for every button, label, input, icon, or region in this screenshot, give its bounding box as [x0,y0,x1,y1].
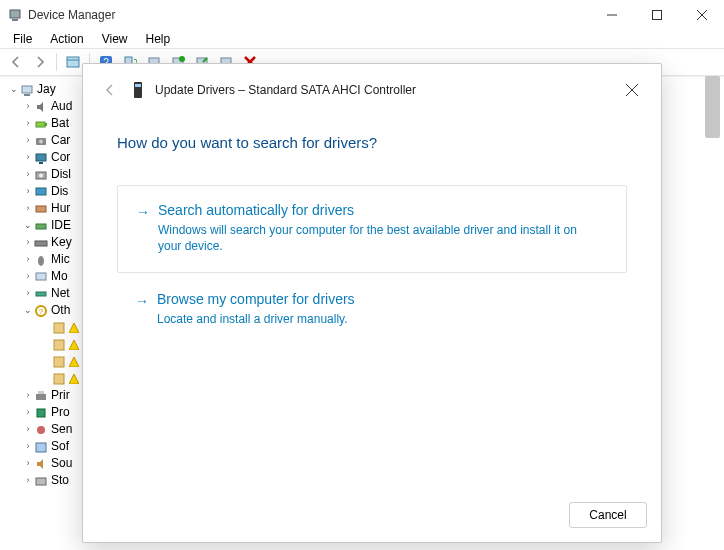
svg-rect-36 [36,292,46,296]
close-button[interactable] [679,0,724,30]
mouse-icon [34,253,48,267]
option-title: Browse my computer for drivers [157,291,609,307]
expander-none[interactable] [40,373,52,385]
svg-point-34 [38,256,44,266]
app-icon [8,8,22,22]
chevron-right-icon[interactable]: › [22,441,34,453]
chevron-right-icon[interactable]: › [22,186,34,198]
battery-icon [34,117,48,131]
svg-rect-27 [39,162,43,164]
sound-icon [34,457,48,471]
menu-file[interactable]: File [4,30,41,48]
menu-action[interactable]: Action [41,30,92,48]
other-icon: ? [34,304,48,318]
option-browse-computer[interactable]: → Browse my computer for drivers Locate … [117,291,627,345]
update-drivers-dialog: Update Drivers – Standard SATA AHCI Cont… [82,63,662,543]
chevron-down-icon[interactable]: ⌄ [22,305,34,317]
window-title: Device Manager [28,8,115,22]
tree-node-label: IDE [51,217,71,234]
hid-icon [34,202,48,216]
back-button[interactable] [99,79,121,101]
expander-none[interactable] [40,356,52,368]
network-icon [34,287,48,301]
svg-marker-42 [69,340,79,350]
expander-none[interactable] [40,339,52,351]
chevron-right-icon[interactable]: › [22,237,34,249]
cancel-button[interactable]: Cancel [569,502,647,528]
chevron-right-icon[interactable]: › [22,152,34,164]
window-controls [589,0,724,30]
sensor-icon [34,423,48,437]
svg-rect-0 [10,10,20,18]
audio-icon [34,100,48,114]
chevron-down-icon[interactable]: ⌄ [22,220,34,232]
svg-rect-47 [36,394,46,400]
chevron-right-icon[interactable]: › [22,203,34,215]
svg-rect-41 [54,340,64,350]
svg-rect-54 [135,84,141,87]
tree-node-label: Car [51,132,70,149]
svg-rect-49 [37,409,45,417]
chevron-right-icon[interactable]: › [22,135,34,147]
minimize-button[interactable] [589,0,634,30]
chevron-right-icon[interactable]: › [22,118,34,130]
arrow-right-icon: → [136,204,150,220]
chevron-down-icon[interactable]: ⌄ [8,84,20,96]
svg-rect-32 [36,224,46,229]
maximize-button[interactable] [634,0,679,30]
dialog-header: Update Drivers – Standard SATA AHCI Cont… [83,64,661,102]
dialog-heading: How do you want to search for drivers? [117,134,627,151]
tree-node-label: Sof [51,438,69,455]
tree-node-label: Bat [51,115,69,132]
tree-node-label: Sto [51,472,69,489]
warning-overlay-icon [69,321,83,335]
show-hidden-icon[interactable] [62,51,84,73]
chevron-right-icon[interactable]: › [22,424,34,436]
tree-node-label: Oth [51,302,70,319]
chevron-right-icon[interactable]: › [22,458,34,470]
tree-node-label: Disl [51,166,71,183]
menu-help[interactable]: Help [137,30,180,48]
forward-icon[interactable] [29,51,51,73]
svg-rect-45 [54,374,64,384]
ide-icon [34,219,48,233]
tree-node-label: Sou [51,455,72,472]
chevron-right-icon[interactable]: › [22,271,34,283]
software-icon [34,440,48,454]
toolbar-sep [56,53,57,71]
menu-view[interactable]: View [93,30,137,48]
disk-icon [34,168,48,182]
chevron-right-icon[interactable]: › [22,254,34,266]
svg-text:?: ? [39,307,44,316]
svg-rect-20 [22,86,32,93]
back-icon[interactable] [5,51,27,73]
tree-node-label: Dis [51,183,68,200]
chevron-right-icon[interactable]: › [22,288,34,300]
unknown-icon [52,355,66,369]
display-icon [34,185,48,199]
tree-node-label: Mo [51,268,68,285]
disk-drive-icon [131,81,145,99]
svg-rect-6 [67,57,79,67]
svg-rect-23 [45,123,47,126]
dialog-title: Update Drivers – Standard SATA AHCI Cont… [155,83,416,97]
dialog-close-button[interactable] [617,78,647,102]
option-desc: Locate and install a driver manually. [157,311,577,327]
option-search-automatically[interactable]: → Search automatically for drivers Windo… [117,185,627,273]
arrow-right-icon: → [135,293,149,309]
chevron-right-icon[interactable]: › [22,169,34,181]
expander-none[interactable] [40,322,52,334]
camera-icon [34,134,48,148]
svg-rect-22 [36,122,45,127]
chevron-right-icon[interactable]: › [22,101,34,113]
chevron-right-icon[interactable]: › [22,475,34,487]
tree-node-label: Pro [51,404,70,421]
dialog-body: How do you want to search for drivers? →… [83,102,661,492]
tree-node-label: Net [51,285,70,302]
chevron-right-icon[interactable]: › [22,407,34,419]
vertical-scrollbar[interactable] [705,76,720,138]
computer-root-icon [20,83,34,97]
unknown-icon [52,321,66,335]
chevron-right-icon[interactable]: › [22,390,34,402]
tree-node-label: Prir [51,387,70,404]
